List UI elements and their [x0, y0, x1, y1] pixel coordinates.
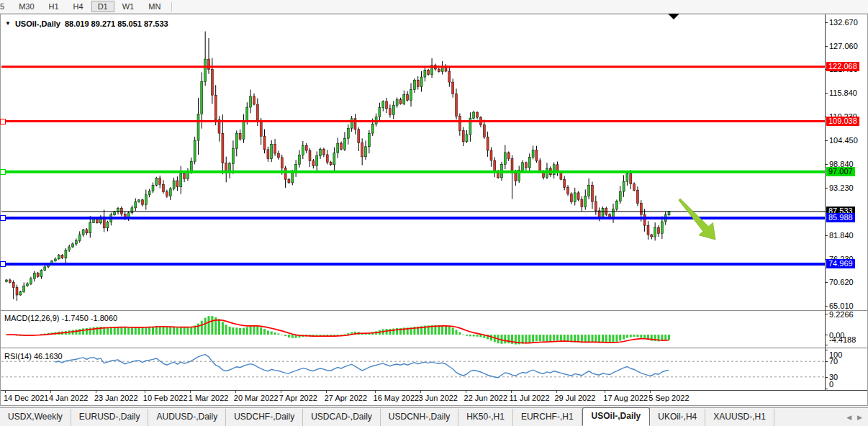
time-axis-line	[1, 390, 867, 391]
chart-symbol-label: USOil-,Daily	[15, 19, 60, 28]
chart-shift-marker[interactable]	[668, 14, 679, 19]
symbol-tab-hk50-h1[interactable]: HK50-,H1	[458, 409, 513, 426]
rsi-indicator-label: RSI(14) 46.1630	[4, 352, 63, 361]
symbol-tab-xauusd-h1[interactable]: XAUUSD-,H1	[705, 409, 774, 426]
rsi-line	[55, 355, 669, 378]
tab-scroll-left-icon[interactable]: ◀	[846, 414, 851, 421]
rsi-pane[interactable]	[1, 350, 825, 389]
timeframe-button-h4[interactable]: H4	[67, 1, 90, 12]
symbol-tab-usoil-daily[interactable]: USOil-,Daily	[582, 407, 651, 426]
macd-indicator-label: MACD(12,26,9) -1.7450 -1.8060	[4, 314, 117, 322]
symbol-tab-usdchf-daily[interactable]: USDCHF-,Daily	[226, 409, 303, 426]
chart-ohlc-values: 88.019 89.271 85.051 87.533	[65, 19, 168, 28]
symbol-tab-usdcnh-daily[interactable]: USDCNH-,Daily	[381, 409, 458, 426]
symbol-tab-eurchf-h1[interactable]: EURCHF-,H1	[513, 409, 582, 426]
timeframe-button-w1[interactable]: W1	[116, 1, 141, 12]
symbol-tab-audusd-daily[interactable]: AUDUSD-,Daily	[148, 409, 226, 426]
timeframe-toolbar: 5M30H1H4D1W1MN	[0, 0, 868, 14]
chart-title: ▼ USOil-,Daily 88.019 89.271 85.051 87.5…	[5, 19, 168, 28]
timeframe-button-d1[interactable]: D1	[91, 1, 114, 12]
candlestick-series	[6, 32, 671, 302]
timeframe-button-5[interactable]: 5	[0, 1, 11, 12]
main-price-pane[interactable]	[1, 15, 825, 310]
tab-scroll-arrows: ◀▶	[846, 414, 868, 426]
timeframe-button-h1[interactable]: H1	[42, 1, 65, 12]
timeframe-button-m30[interactable]: M30	[12, 1, 40, 12]
chart-dropdown-icon[interactable]: ▼	[5, 20, 11, 27]
symbol-tabbar: USDX,WeeklyEURUSD-,DailyAUDUSD-,DailyUSD…	[0, 407, 868, 426]
symbol-tab-ukoil-h4[interactable]: UKOil-,H4	[650, 409, 705, 426]
symbol-tab-usdx-weekly[interactable]: USDX,Weekly	[0, 409, 71, 426]
symbol-tab-usdcad-daily[interactable]: USDCAD-,Daily	[303, 409, 381, 426]
price-axis-line	[825, 14, 826, 390]
tab-scroll-right-icon[interactable]: ▶	[857, 414, 862, 421]
pane-splitter-2-highlight	[1, 348, 867, 349]
timeframe-button-mn[interactable]: MN	[142, 1, 167, 12]
toolbar-separator	[171, 2, 172, 12]
macd-pane[interactable]	[1, 312, 825, 346]
macd-signal-line	[6, 320, 669, 343]
pane-splitter-1-highlight	[1, 311, 867, 312]
symbol-tab-eurusd-daily[interactable]: EURUSD-,Daily	[71, 409, 149, 426]
